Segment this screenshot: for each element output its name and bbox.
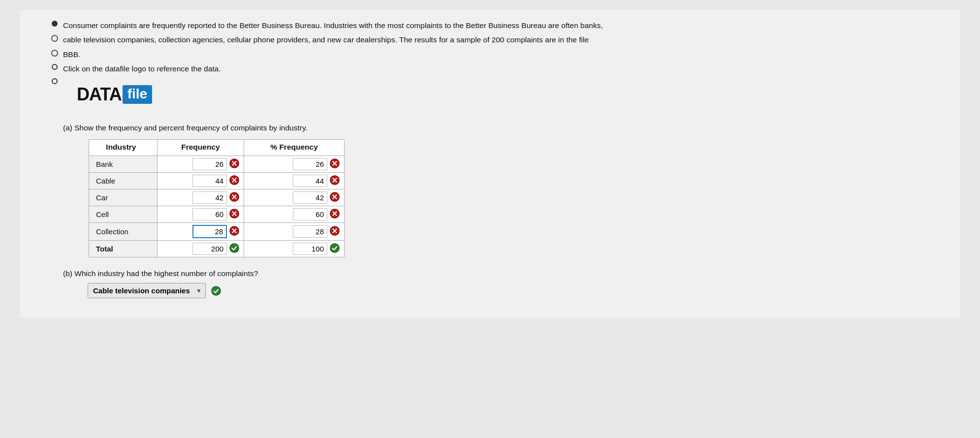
industry-cell: Cell xyxy=(89,206,158,223)
x-circle-icon xyxy=(329,175,340,187)
intro-row-3: BBB. xyxy=(49,49,931,60)
frequency-input-cell[interactable] xyxy=(157,189,244,206)
page-container: Consumer complaints are frequently repor… xyxy=(20,10,960,318)
x-circle-icon xyxy=(229,175,240,187)
frequency-table: Industry Frequency % Frequency Bank xyxy=(89,139,345,257)
frequency-input[interactable] xyxy=(192,175,227,187)
x-circle-icon xyxy=(329,158,340,170)
frequency-input[interactable] xyxy=(192,191,227,204)
x-circle-icon xyxy=(229,225,240,238)
table-row: Cell xyxy=(89,206,345,223)
frequency-input-cell[interactable] xyxy=(157,241,244,257)
data-text: DATA xyxy=(77,84,122,105)
frequency-input[interactable] xyxy=(192,225,227,238)
intro-row-datafile: DATA file xyxy=(49,77,931,115)
industry-cell: Collection xyxy=(89,223,158,241)
table-row: Bank xyxy=(89,156,345,173)
table-row: Cable xyxy=(89,173,345,189)
frequency-input-cell[interactable] xyxy=(157,206,244,223)
x-circle-icon xyxy=(229,158,240,170)
part-b-label: (b) Which industry had the highest numbe… xyxy=(63,269,931,278)
dropdown-wrapper[interactable]: Cable television companiesBanksCell phon… xyxy=(88,283,206,298)
intro-text-1: Consumer complaints are frequently repor… xyxy=(63,20,931,31)
bullet-1 xyxy=(49,21,60,27)
intro-row-2: cable television companies, collection a… xyxy=(49,34,931,45)
header-pct-frequency-text: % Frequency xyxy=(270,143,317,151)
bullet-4 xyxy=(49,64,60,70)
bullet-outline-1 xyxy=(52,64,58,70)
pct-frequency-input-cell[interactable] xyxy=(244,223,345,241)
svg-point-12 xyxy=(212,286,221,295)
bullet-3 xyxy=(49,50,60,57)
pct-frequency-input[interactable] xyxy=(293,243,327,255)
industry-cell: Bank xyxy=(89,156,158,173)
part-a-label: (a) Show the frequency and percent frequ… xyxy=(63,124,931,132)
check-circle-icon xyxy=(329,243,340,255)
frequency-input-cell[interactable] xyxy=(157,223,244,241)
bullet-outline-2 xyxy=(52,78,58,84)
pct-frequency-input-cell[interactable] xyxy=(244,189,345,206)
intro-row-4: Click on the datafile logo to reference … xyxy=(49,63,931,74)
pct-frequency-input[interactable] xyxy=(293,225,327,238)
table-row: Car xyxy=(89,189,345,206)
x-circle-icon xyxy=(329,208,340,220)
svg-point-10 xyxy=(230,244,239,252)
pct-frequency-input[interactable] xyxy=(293,158,327,170)
pct-frequency-input-cell[interactable] xyxy=(244,173,345,189)
part-a-section: (a) Show the frequency and percent frequ… xyxy=(49,124,931,257)
col-header-industry: Industry xyxy=(89,140,158,156)
bullet-check-2 xyxy=(51,50,58,57)
pct-frequency-input-cell[interactable] xyxy=(244,156,345,173)
table-row: Total xyxy=(89,241,345,257)
header-industry-text: Industry xyxy=(106,143,136,151)
frequency-input[interactable] xyxy=(192,158,227,170)
bullet-5 xyxy=(49,78,60,84)
part-b-check-icon xyxy=(211,285,221,296)
bullet-filled-1 xyxy=(52,21,58,27)
table-container: Industry Frequency % Frequency Bank xyxy=(89,139,931,257)
frequency-input[interactable] xyxy=(192,243,227,255)
intro-row-1: Consumer complaints are frequently repor… xyxy=(49,20,931,31)
frequency-input[interactable] xyxy=(192,208,227,220)
intro-text-3: BBB. xyxy=(63,49,931,60)
x-circle-icon xyxy=(329,191,340,204)
intro-section: Consumer complaints are frequently repor… xyxy=(49,20,931,115)
industry-dropdown[interactable]: Cable television companiesBanksCell phon… xyxy=(88,283,206,298)
x-circle-icon xyxy=(229,191,240,204)
col-header-pct-frequency: % Frequency xyxy=(244,140,345,156)
x-circle-icon xyxy=(329,225,340,238)
pct-frequency-input[interactable] xyxy=(293,175,327,187)
check-circle-icon xyxy=(229,243,240,255)
industry-cell: Car xyxy=(89,189,158,206)
pct-frequency-input[interactable] xyxy=(293,208,327,220)
dropdown-row: Cable television companiesBanksCell phon… xyxy=(88,283,931,298)
bullet-2 xyxy=(49,35,60,42)
data-file-section[interactable]: DATA file xyxy=(77,84,152,105)
header-frequency-text: Frequency xyxy=(181,143,220,151)
industry-cell: Cable xyxy=(89,173,158,189)
table-row: Collection xyxy=(89,223,345,241)
intro-text-4: Click on the datafile logo to reference … xyxy=(63,63,931,74)
x-circle-icon xyxy=(229,208,240,220)
svg-point-11 xyxy=(330,244,339,252)
file-box[interactable]: file xyxy=(123,85,152,104)
col-header-frequency: Frequency xyxy=(157,140,244,156)
industry-cell: Total xyxy=(89,241,158,257)
bullet-check-1 xyxy=(51,35,58,42)
pct-frequency-input-cell[interactable] xyxy=(244,241,345,257)
part-b-section: (b) Which industry had the highest numbe… xyxy=(63,269,931,298)
frequency-input-cell[interactable] xyxy=(157,156,244,173)
pct-frequency-input[interactable] xyxy=(293,191,327,204)
frequency-input-cell[interactable] xyxy=(157,173,244,189)
table-header-row: Industry Frequency % Frequency xyxy=(89,140,345,156)
intro-text-2: cable television companies, collection a… xyxy=(63,34,931,45)
data-logo[interactable]: DATA file xyxy=(77,84,152,105)
pct-frequency-input-cell[interactable] xyxy=(244,206,345,223)
